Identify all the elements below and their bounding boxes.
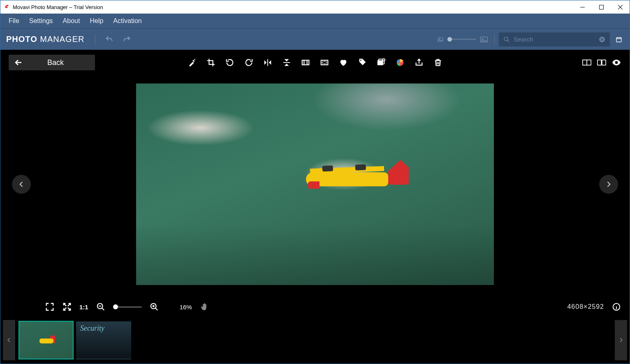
- app-header: PHOTO MANAGER: [0, 28, 630, 50]
- rotate-left-icon[interactable]: [225, 58, 235, 67]
- info-icon[interactable]: [611, 302, 621, 312]
- next-photo-button[interactable]: [599, 175, 618, 194]
- before-after-icon[interactable]: [582, 58, 592, 67]
- brand-bold: PHOTO: [6, 35, 37, 44]
- thumbnail-security-label: Security: [80, 324, 104, 333]
- menu-about[interactable]: About: [58, 15, 85, 27]
- svg-rect-10: [321, 60, 328, 65]
- minimize-button[interactable]: [573, 0, 592, 14]
- compare-icon[interactable]: [597, 58, 607, 67]
- pan-hand-icon[interactable]: [199, 302, 209, 312]
- brand-logo: PHOTO MANAGER: [6, 35, 84, 44]
- zoom-percent: 16%: [180, 304, 192, 311]
- prev-photo-button[interactable]: [12, 175, 31, 194]
- svg-rect-8: [616, 37, 621, 42]
- back-button[interactable]: Back: [9, 55, 95, 70]
- calendar-button[interactable]: [614, 35, 624, 44]
- svg-point-12: [360, 60, 361, 61]
- favorite-icon[interactable]: [338, 58, 348, 67]
- image-dimensions: 4608×2592: [567, 303, 604, 311]
- photo-canvas[interactable]: [136, 83, 494, 285]
- svg-rect-18: [598, 60, 601, 65]
- thumbnail-size-slider[interactable]: [437, 35, 495, 44]
- actual-size-label[interactable]: 1:1: [79, 304, 88, 311]
- edit-in-photo-editor-icon[interactable]: [395, 58, 405, 67]
- back-label: Back: [28, 58, 95, 67]
- zoom-in-icon[interactable]: [149, 302, 159, 312]
- svg-point-6: [504, 37, 508, 41]
- filmstrip-prev-button[interactable]: [3, 320, 15, 360]
- resize-icon[interactable]: [301, 58, 310, 67]
- add-to-album-icon[interactable]: [376, 58, 386, 67]
- zoom-out-icon[interactable]: [96, 302, 106, 312]
- flip-vertical-icon[interactable]: [282, 58, 292, 67]
- svg-rect-19: [602, 60, 606, 65]
- filmstrip-next-button[interactable]: [615, 320, 627, 360]
- clear-search-icon[interactable]: [598, 36, 606, 43]
- menu-help[interactable]: Help: [85, 15, 108, 27]
- export-icon[interactable]: [414, 58, 424, 67]
- redo-button[interactable]: [122, 35, 132, 44]
- tag-icon[interactable]: [357, 58, 367, 67]
- close-button[interactable]: [611, 0, 630, 14]
- search-icon: [503, 36, 510, 43]
- undo-button[interactable]: [104, 35, 114, 44]
- svg-rect-1: [599, 5, 603, 9]
- brand-thin: MANAGER: [37, 35, 85, 44]
- window-title: Movavi Photo Manager – Trial Version: [13, 4, 103, 10]
- rotate-right-icon[interactable]: [244, 58, 254, 67]
- fullscreen-icon[interactable]: [62, 302, 72, 312]
- maximize-button[interactable]: [592, 0, 611, 14]
- thumbnail-airplane[interactable]: [19, 321, 74, 359]
- fit-to-screen-icon[interactable]: [45, 302, 55, 312]
- svg-rect-11: [322, 61, 326, 64]
- app-icon: [4, 4, 10, 10]
- zoom-slider[interactable]: [113, 306, 142, 308]
- crop-icon[interactable]: [206, 58, 216, 67]
- flip-horizontal-icon[interactable]: [263, 58, 273, 67]
- search-box[interactable]: [499, 32, 610, 46]
- search-input[interactable]: [514, 36, 595, 43]
- straighten-icon[interactable]: [320, 58, 329, 67]
- svg-rect-9: [302, 60, 309, 65]
- svg-rect-0: [580, 7, 585, 7]
- back-arrow-icon: [9, 58, 28, 67]
- menubar: File Settings About Help Activation: [0, 14, 630, 28]
- menu-settings[interactable]: Settings: [24, 15, 58, 27]
- thumbnail-security[interactable]: Security: [76, 321, 131, 359]
- preview-icon[interactable]: [611, 58, 621, 67]
- delete-icon[interactable]: [433, 58, 443, 67]
- editor-toolbar: [187, 58, 443, 67]
- auto-enhance-icon[interactable]: [187, 58, 197, 67]
- titlebar: Movavi Photo Manager – Trial Version: [0, 0, 630, 14]
- menu-activation[interactable]: Activation: [108, 15, 146, 27]
- svg-point-20: [615, 61, 618, 64]
- menu-file[interactable]: File: [4, 15, 24, 27]
